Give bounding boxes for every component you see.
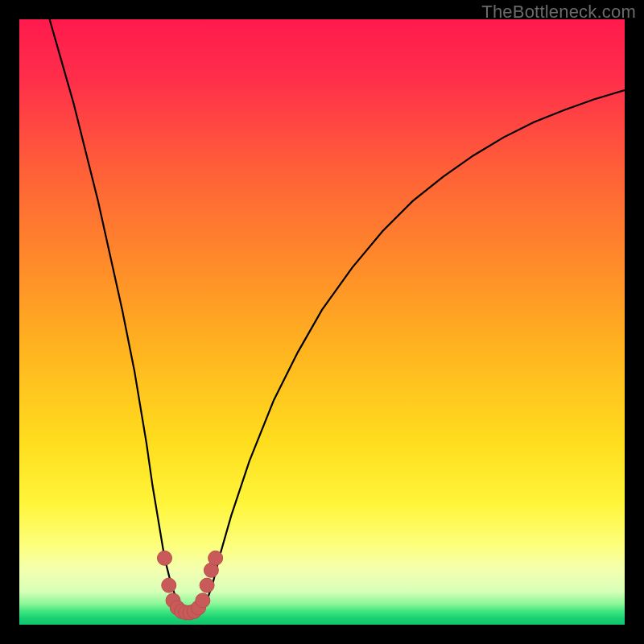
marker-dot (200, 578, 214, 592)
marker-dot (196, 593, 210, 608)
bottleneck-chart (19, 19, 625, 625)
chart-frame (19, 19, 625, 625)
marker-dot (208, 551, 223, 565)
gradient-background (19, 19, 625, 625)
marker-dot (157, 551, 171, 565)
marker-dot (162, 578, 176, 592)
watermark-text: TheBottleneck.com (481, 2, 636, 23)
